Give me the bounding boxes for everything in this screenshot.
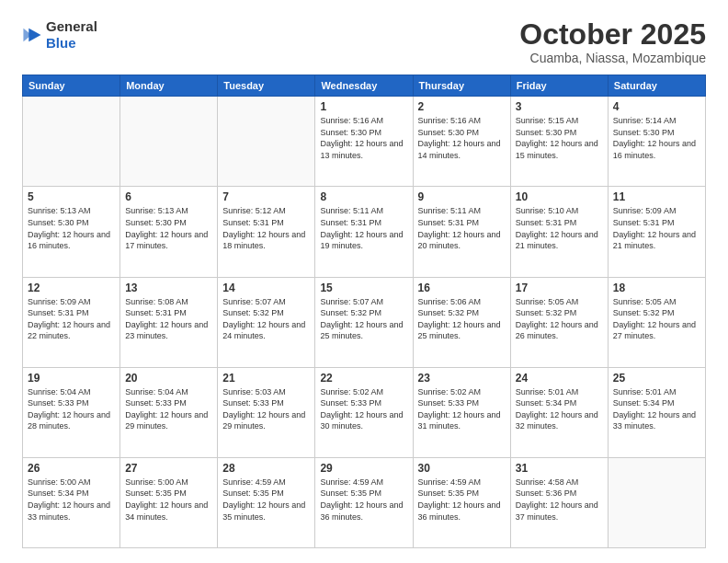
cell-info: Sunrise: 5:09 AMSunset: 5:31 PMDaylight:…	[613, 205, 700, 251]
cell-info: Sunrise: 5:15 AMSunset: 5:30 PMDaylight:…	[516, 115, 603, 161]
calendar-week-1: 1Sunrise: 5:16 AMSunset: 5:30 PMDaylight…	[23, 97, 706, 187]
cell-info: Sunrise: 5:02 AMSunset: 5:33 PMDaylight:…	[320, 386, 407, 432]
calendar-cell: 6Sunrise: 5:13 AMSunset: 5:30 PMDaylight…	[120, 187, 218, 277]
calendar-table: SundayMondayTuesdayWednesdayThursdayFrid…	[22, 75, 706, 548]
calendar-cell: 11Sunrise: 5:09 AMSunset: 5:31 PMDayligh…	[608, 187, 705, 277]
calendar-cell: 14Sunrise: 5:07 AMSunset: 5:32 PMDayligh…	[218, 277, 315, 367]
calendar-cell: 26Sunrise: 5:00 AMSunset: 5:34 PMDayligh…	[23, 457, 120, 547]
cell-info: Sunrise: 5:03 AMSunset: 5:33 PMDaylight:…	[222, 386, 310, 432]
logo-text-general: General	[46, 18, 97, 34]
day-header-wednesday: Wednesday	[315, 75, 413, 97]
day-number: 17	[516, 282, 603, 294]
calendar-cell: 13Sunrise: 5:08 AMSunset: 5:31 PMDayligh…	[120, 277, 218, 367]
calendar-week-4: 19Sunrise: 5:04 AMSunset: 5:33 PMDayligh…	[23, 367, 706, 457]
day-header-monday: Monday	[120, 75, 218, 97]
cell-info: Sunrise: 5:02 AMSunset: 5:33 PMDaylight:…	[418, 386, 506, 432]
cell-info: Sunrise: 5:13 AMSunset: 5:30 PMDaylight:…	[28, 205, 115, 251]
day-header-tuesday: Tuesday	[218, 75, 315, 97]
cell-info: Sunrise: 5:16 AMSunset: 5:30 PMDaylight:…	[418, 115, 506, 161]
calendar-cell: 1Sunrise: 5:16 AMSunset: 5:30 PMDaylight…	[315, 97, 413, 187]
calendar-cell: 21Sunrise: 5:03 AMSunset: 5:33 PMDayligh…	[218, 367, 315, 457]
day-number: 10	[516, 190, 603, 203]
cell-info: Sunrise: 5:07 AMSunset: 5:32 PMDaylight:…	[320, 296, 407, 342]
cell-info: Sunrise: 5:11 AMSunset: 5:31 PMDaylight:…	[418, 205, 506, 251]
calendar-week-2: 5Sunrise: 5:13 AMSunset: 5:30 PMDaylight…	[23, 187, 706, 277]
calendar-cell: 18Sunrise: 5:05 AMSunset: 5:32 PMDayligh…	[608, 277, 705, 367]
calendar-cell: 25Sunrise: 5:01 AMSunset: 5:34 PMDayligh…	[608, 367, 705, 457]
calendar-cell: 10Sunrise: 5:10 AMSunset: 5:31 PMDayligh…	[510, 187, 608, 277]
header: General Blue October 2025 Cuamba, Niassa…	[22, 18, 706, 65]
location: Cuamba, Niassa, Mozambique	[519, 51, 706, 65]
day-number: 21	[222, 372, 310, 385]
cell-info: Sunrise: 5:04 AMSunset: 5:33 PMDaylight:…	[28, 386, 115, 432]
cell-info: Sunrise: 4:59 AMSunset: 5:35 PMDaylight:…	[418, 477, 506, 523]
day-number: 9	[418, 190, 506, 203]
cell-info: Sunrise: 5:05 AMSunset: 5:32 PMDaylight:…	[613, 296, 700, 342]
day-header-friday: Friday	[510, 75, 608, 97]
calendar-cell: 17Sunrise: 5:05 AMSunset: 5:32 PMDayligh…	[510, 277, 608, 367]
cell-info: Sunrise: 4:59 AMSunset: 5:35 PMDaylight:…	[320, 477, 407, 523]
day-number: 13	[125, 282, 212, 294]
calendar-cell	[608, 457, 705, 547]
cell-info: Sunrise: 5:09 AMSunset: 5:31 PMDaylight:…	[28, 296, 115, 342]
cell-info: Sunrise: 5:11 AMSunset: 5:31 PMDaylight:…	[320, 205, 407, 251]
day-header-saturday: Saturday	[608, 75, 705, 97]
calendar-cell: 3Sunrise: 5:15 AMSunset: 5:30 PMDaylight…	[510, 97, 608, 187]
cell-info: Sunrise: 5:13 AMSunset: 5:30 PMDaylight:…	[125, 205, 212, 251]
day-number: 31	[516, 462, 603, 475]
calendar-cell: 29Sunrise: 4:59 AMSunset: 5:35 PMDayligh…	[315, 457, 413, 547]
day-number: 24	[516, 372, 603, 385]
calendar-cell: 28Sunrise: 4:59 AMSunset: 5:35 PMDayligh…	[218, 457, 315, 547]
calendar-week-5: 26Sunrise: 5:00 AMSunset: 5:34 PMDayligh…	[23, 457, 706, 547]
day-number: 3	[516, 100, 603, 113]
day-number: 19	[28, 372, 115, 385]
day-number: 7	[222, 190, 310, 203]
cell-info: Sunrise: 5:16 AMSunset: 5:30 PMDaylight:…	[320, 115, 407, 161]
cell-info: Sunrise: 5:01 AMSunset: 5:34 PMDaylight:…	[613, 386, 700, 432]
calendar-cell: 9Sunrise: 5:11 AMSunset: 5:31 PMDaylight…	[413, 187, 510, 277]
month-title: October 2025	[519, 18, 706, 51]
day-number: 23	[418, 372, 506, 385]
day-number: 12	[28, 282, 115, 294]
logo: General Blue	[22, 18, 97, 52]
calendar-cell: 5Sunrise: 5:13 AMSunset: 5:30 PMDaylight…	[23, 187, 120, 277]
calendar-cell: 23Sunrise: 5:02 AMSunset: 5:33 PMDayligh…	[413, 367, 510, 457]
cell-info: Sunrise: 5:04 AMSunset: 5:33 PMDaylight:…	[125, 386, 212, 432]
cell-info: Sunrise: 5:14 AMSunset: 5:30 PMDaylight:…	[613, 115, 700, 161]
calendar-cell: 24Sunrise: 5:01 AMSunset: 5:34 PMDayligh…	[510, 367, 608, 457]
day-header-thursday: Thursday	[413, 75, 510, 97]
calendar-cell	[218, 97, 315, 187]
day-number: 29	[320, 462, 407, 475]
cell-info: Sunrise: 5:06 AMSunset: 5:32 PMDaylight:…	[418, 296, 506, 342]
day-number: 6	[125, 190, 212, 203]
day-number: 27	[125, 462, 212, 475]
cell-info: Sunrise: 5:00 AMSunset: 5:35 PMDaylight:…	[125, 477, 212, 523]
calendar-week-3: 12Sunrise: 5:09 AMSunset: 5:31 PMDayligh…	[23, 277, 706, 367]
calendar-cell: 27Sunrise: 5:00 AMSunset: 5:35 PMDayligh…	[120, 457, 218, 547]
calendar-cell: 15Sunrise: 5:07 AMSunset: 5:32 PMDayligh…	[315, 277, 413, 367]
cell-info: Sunrise: 5:01 AMSunset: 5:34 PMDaylight:…	[516, 386, 603, 432]
calendar-cell	[23, 97, 120, 187]
cell-info: Sunrise: 4:58 AMSunset: 5:36 PMDaylight:…	[516, 477, 603, 523]
day-header-sunday: Sunday	[23, 75, 120, 97]
logo-icon	[22, 27, 42, 43]
logo-text-blue: Blue	[46, 35, 76, 51]
calendar-cell: 12Sunrise: 5:09 AMSunset: 5:31 PMDayligh…	[23, 277, 120, 367]
calendar-cell: 22Sunrise: 5:02 AMSunset: 5:33 PMDayligh…	[315, 367, 413, 457]
day-number: 8	[320, 190, 407, 203]
day-number: 5	[28, 190, 115, 203]
cell-info: Sunrise: 5:08 AMSunset: 5:31 PMDaylight:…	[125, 296, 212, 342]
calendar-page: General Blue October 2025 Cuamba, Niassa…	[0, 0, 728, 563]
calendar-cell	[120, 97, 218, 187]
calendar-cell: 30Sunrise: 4:59 AMSunset: 5:35 PMDayligh…	[413, 457, 510, 547]
day-number: 4	[613, 100, 700, 113]
cell-info: Sunrise: 5:07 AMSunset: 5:32 PMDaylight:…	[222, 296, 310, 342]
calendar-cell: 19Sunrise: 5:04 AMSunset: 5:33 PMDayligh…	[23, 367, 120, 457]
day-number: 11	[613, 190, 700, 203]
calendar-cell: 20Sunrise: 5:04 AMSunset: 5:33 PMDayligh…	[120, 367, 218, 457]
day-number: 30	[418, 462, 506, 475]
day-number: 2	[418, 100, 506, 113]
cell-info: Sunrise: 4:59 AMSunset: 5:35 PMDaylight:…	[222, 477, 310, 523]
day-number: 1	[320, 100, 407, 113]
cell-info: Sunrise: 5:00 AMSunset: 5:34 PMDaylight:…	[28, 477, 115, 523]
